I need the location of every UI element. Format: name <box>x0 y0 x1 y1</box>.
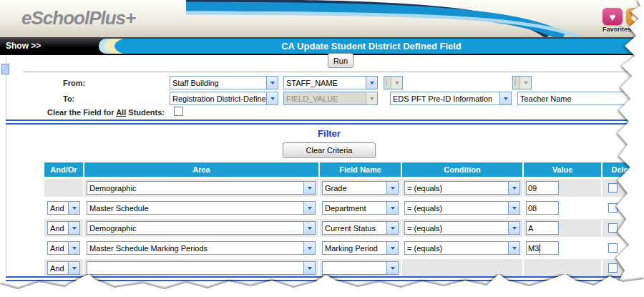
filter-row: And Master Schedule Department = (equals… <box>44 199 644 217</box>
delete-checkbox[interactable] <box>608 183 618 193</box>
field-name-cell: Grade <box>320 179 401 197</box>
value-input[interactable]: A <box>526 221 559 235</box>
area-cell: Demographic <box>84 179 318 197</box>
field-name-select[interactable]: Current Status <box>322 221 399 235</box>
area-select[interactable]: Demographic <box>87 221 316 235</box>
filter-rows: Demographic Grade = (equals) 09 <box>44 179 644 277</box>
field-name-select[interactable]: Marking Period <box>322 241 399 255</box>
chevron-down-icon <box>68 222 79 234</box>
andor-cell <box>44 179 83 197</box>
hand-icon <box>626 8 644 25</box>
field-name-cell: Current Status <box>320 219 401 237</box>
title-blue-bar: CA Update Student District Defined Field <box>99 39 644 54</box>
screen: eSchoolPlus+ ♥ Favorites Help Show >> <box>0 0 644 297</box>
field-name-select[interactable] <box>322 261 399 275</box>
field-name-select[interactable]: Department <box>322 201 399 215</box>
chevron-down-icon <box>632 92 643 104</box>
heart-icon: ♥ <box>602 8 623 25</box>
to-target-field-select[interactable]: Teacher Name <box>517 92 644 105</box>
andor-select[interactable]: And <box>47 261 80 275</box>
chevron-down-icon <box>386 242 398 254</box>
value-cell: A <box>524 219 601 237</box>
column-header-delete: Delete <box>602 162 644 177</box>
from-label: From: <box>63 79 85 87</box>
chevron-down-icon <box>303 262 315 274</box>
from-extra-select-2 <box>512 76 532 89</box>
area-select[interactable]: Master Schedule Marking Periods <box>87 241 316 255</box>
area-select[interactable]: Demographic <box>87 181 316 195</box>
area-select[interactable]: Master Schedule <box>87 201 316 215</box>
run-button[interactable]: Run <box>328 53 353 68</box>
condition-cell: = (equals) <box>402 199 522 217</box>
filter-row: Demographic Grade = (equals) 09 <box>44 179 644 197</box>
area-select[interactable] <box>87 261 316 275</box>
to-label: To: <box>63 94 74 103</box>
chevron-down-icon <box>499 92 511 104</box>
blue-divider-top <box>6 120 644 125</box>
field-name-select[interactable]: Grade <box>322 181 399 195</box>
chevron-down-icon <box>303 202 315 214</box>
area-cell: Master Schedule Marking Periods <box>84 239 318 257</box>
delete-cell <box>602 239 644 257</box>
chevron-down-icon <box>68 262 79 274</box>
clear-criteria-button[interactable]: Clear Criteria <box>283 142 376 158</box>
delete-checkbox[interactable] <box>608 203 618 213</box>
to-area-select[interactable]: Registration District-Defined <box>170 92 278 105</box>
chevron-down-icon <box>508 182 519 194</box>
andor-select[interactable]: And <box>47 201 80 215</box>
filter-table-header: And/Or Area Field Name Condition Value D… <box>44 162 644 177</box>
to-screen-select[interactable]: EDS PFT Pre-ID Information <box>390 92 512 105</box>
filter-row: And Demographic Current Status = (equals… <box>44 219 644 237</box>
chevron-down-icon <box>519 77 531 89</box>
andor-select[interactable]: And <box>47 241 80 255</box>
blue-divider-bottom <box>6 276 644 281</box>
area-cell: Demographic <box>84 219 318 237</box>
value-cell <box>524 259 601 277</box>
delete-cell <box>602 259 644 277</box>
help-button[interactable]: Help <box>626 8 644 33</box>
panel-collapse-handle-icon[interactable] <box>1 64 9 74</box>
condition-select[interactable]: = (equals) <box>404 241 520 255</box>
left-border-line <box>6 57 6 281</box>
chevron-down-icon <box>266 92 278 104</box>
condition-select[interactable]: = (equals) <box>404 201 520 215</box>
title-bar: Show >> CA Update Student District Defin… <box>0 37 644 55</box>
text-caret <box>540 244 540 253</box>
column-header-value: Value <box>524 162 601 177</box>
chevron-down-icon <box>391 77 402 89</box>
delete-checkbox[interactable] <box>608 243 618 253</box>
column-header-andor: And/Or <box>44 162 83 177</box>
help-label: Help <box>626 26 644 33</box>
chevron-down-icon <box>366 77 377 89</box>
value-input[interactable]: M3 <box>526 241 559 255</box>
from-extra-select-1 <box>384 76 403 89</box>
clear-all-students-checkbox[interactable] <box>174 107 183 116</box>
header-swoosh-decoration <box>186 0 644 37</box>
value-input[interactable]: 08 <box>526 201 559 215</box>
clear-field-label: Clear the Field for All Students: <box>47 108 165 117</box>
value-input[interactable]: 09 <box>526 181 559 195</box>
divider-groove <box>24 72 641 73</box>
chevron-down-icon <box>68 242 79 254</box>
delete-cell <box>602 199 644 217</box>
field-name-cell: Department <box>320 199 401 217</box>
delete-checkbox[interactable] <box>608 263 618 273</box>
andor-select[interactable]: And <box>47 221 80 235</box>
andor-cell: And <box>44 199 83 217</box>
from-field-select[interactable]: STAFF_NAME <box>283 76 378 89</box>
from-area-select[interactable]: Staff Building <box>170 76 278 89</box>
condition-select[interactable]: = (equals) <box>404 221 520 235</box>
condition-select[interactable]: = (equals) <box>404 181 520 195</box>
favorites-button[interactable]: ♥ Favorites <box>602 8 624 33</box>
field-name-cell <box>320 259 401 277</box>
andor-cell: And <box>44 219 83 237</box>
condition-cell <box>402 259 522 277</box>
filter-table: And/Or Area Field Name Condition Value D… <box>44 162 644 279</box>
show-menu-toggle[interactable]: Show >> <box>6 37 41 55</box>
chevron-down-icon <box>68 202 79 214</box>
chevron-down-icon <box>386 222 398 234</box>
delete-checkbox[interactable] <box>608 223 618 233</box>
delete-cell <box>602 179 644 197</box>
chevron-down-icon <box>508 202 519 214</box>
eschoolplus-logo: eSchoolPlus+ <box>21 7 135 29</box>
